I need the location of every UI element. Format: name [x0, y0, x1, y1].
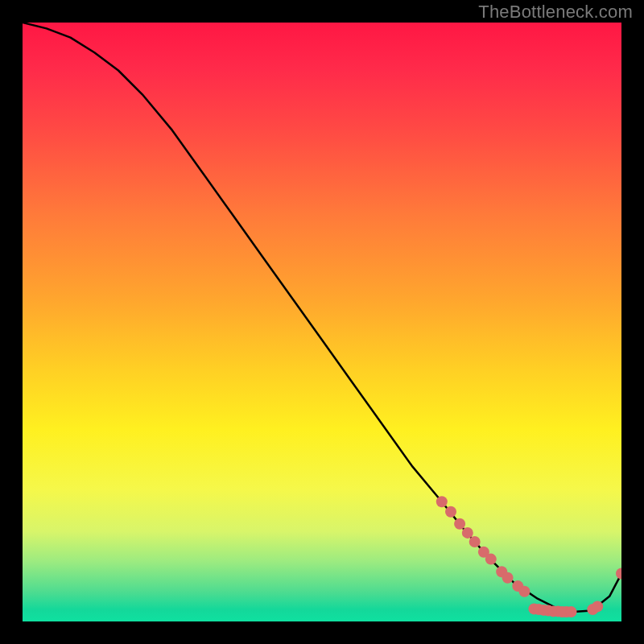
plot-area: [23, 23, 621, 621]
svg-point-22: [616, 568, 621, 580]
chart-overlay-svg: [23, 23, 621, 621]
svg-point-6: [485, 554, 497, 565]
chart-stage: TheBottleneck.com: [0, 0, 644, 644]
watermark-text: TheBottleneck.com: [478, 2, 633, 23]
svg-point-19: [566, 606, 577, 617]
svg-point-8: [502, 572, 514, 584]
chart-dots: [436, 496, 621, 617]
svg-point-1: [445, 506, 456, 518]
svg-point-0: [436, 496, 448, 507]
svg-point-10: [519, 586, 530, 597]
svg-point-21: [592, 601, 603, 612]
svg-point-2: [454, 518, 465, 530]
svg-point-3: [462, 527, 473, 539]
svg-point-4: [469, 536, 481, 547]
chart-curve: [23, 23, 621, 612]
